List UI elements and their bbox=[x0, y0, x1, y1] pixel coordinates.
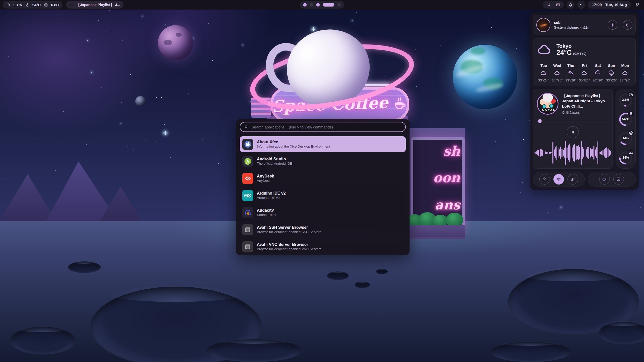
workspace-dot[interactable] bbox=[323, 3, 334, 7]
system-tray[interactable] bbox=[543, 1, 564, 9]
app-list-item[interactable]: AnyDesk AnyDesk bbox=[240, 170, 406, 186]
suncloud-icon bbox=[568, 70, 574, 76]
app-description: Browse for Zeroconf-enabled VNC Servers bbox=[257, 247, 321, 251]
image-icon[interactable] bbox=[556, 3, 560, 7]
app-list-item[interactable]: Audacity Sound Editor bbox=[240, 205, 406, 220]
power-profile-button[interactable] bbox=[568, 174, 578, 185]
capture-button[interactable] bbox=[613, 174, 624, 185]
bell-icon bbox=[568, 3, 573, 7]
capture-button[interactable] bbox=[599, 174, 610, 185]
thermometer-icon bbox=[629, 112, 633, 115]
forecast-day-label: Mon bbox=[618, 63, 632, 68]
cpu-gauge-icon bbox=[6, 3, 10, 7]
cloud-icon bbox=[554, 70, 560, 76]
chip-icon bbox=[629, 131, 633, 134]
top-bar: 3.1% 54°C 6.8G 【Japanese Playlist】 J... … bbox=[0, 0, 644, 10]
overview-button[interactable] bbox=[633, 1, 641, 9]
workspace-dot[interactable] bbox=[303, 3, 307, 7]
forecast-temps: 35°/26° bbox=[578, 78, 591, 82]
weather-timezone: (GMT+9) bbox=[573, 52, 586, 56]
capture-group bbox=[588, 172, 636, 187]
app-list-item[interactable]: About Xfce Information about the Xfce De… bbox=[240, 136, 406, 152]
gauge-value: 14% bbox=[618, 137, 633, 140]
system-gauge: 54°C bbox=[618, 111, 633, 127]
system-gauges-card: 3.1% 54°C 14% bbox=[616, 89, 636, 169]
now-playing-pill[interactable]: 【Japanese Playlist】 J... bbox=[66, 1, 124, 9]
power-profile-button[interactable] bbox=[553, 174, 564, 185]
search-input[interactable] bbox=[251, 125, 401, 129]
purple-planet bbox=[158, 25, 193, 60]
forecast-temps: 33°/24° bbox=[537, 78, 550, 82]
audio-waveform bbox=[537, 141, 609, 165]
app-description: The official Android IDE bbox=[257, 162, 292, 166]
workspace-switcher[interactable] bbox=[300, 1, 344, 9]
forecast-day: Mon 33°/26° bbox=[618, 63, 632, 82]
app-list-item[interactable]: Avahi SSH Server Browser Browse for Zero… bbox=[240, 222, 406, 238]
app-list-item[interactable]: Arduino IDE v2 Arduino IDE v2 bbox=[240, 188, 406, 203]
album-art-label: TOKYO L bbox=[538, 108, 558, 112]
forecast-temps: 33°/26° bbox=[618, 78, 632, 82]
disk-icon bbox=[629, 150, 633, 154]
system-stats-pill[interactable]: 3.1% 54°C 6.8G bbox=[3, 1, 63, 9]
xfce-icon bbox=[242, 139, 253, 150]
power-profile-group bbox=[533, 172, 585, 187]
pause-icon bbox=[571, 130, 575, 134]
top-bar-right: 17:09 - Tue, 19 Aug bbox=[543, 1, 641, 9]
search-icon bbox=[244, 125, 249, 129]
forecast-day: Wed 35°/25° bbox=[550, 63, 564, 82]
forecast-day: Fri 35°/26° bbox=[578, 63, 591, 82]
user-card: seb System Uptime: 4h11m bbox=[533, 15, 636, 35]
thermometer-icon bbox=[25, 3, 29, 7]
track-title: 【Japanese Playlist】 Japan All Night - To… bbox=[562, 93, 609, 109]
album-art: TOKYO L bbox=[537, 93, 558, 115]
forecast-day: Tue 33°/24° bbox=[537, 63, 550, 82]
grid-icon bbox=[635, 3, 640, 7]
app-list-item[interactable]: Android Studio The official Android IDE bbox=[240, 153, 406, 169]
workspace-dot[interactable] bbox=[316, 3, 320, 7]
forecast-temps: 36°/26° bbox=[591, 78, 605, 82]
app-list-item[interactable]: Avahi VNC Server Browser Browse for Zero… bbox=[240, 239, 406, 255]
app-name: Arduino IDE v2 bbox=[257, 191, 286, 196]
clock[interactable]: 17:09 - Tue, 19 Aug bbox=[588, 1, 631, 9]
search-bar[interactable] bbox=[240, 122, 406, 132]
avahi-icon bbox=[242, 241, 253, 252]
workspace-dot[interactable] bbox=[337, 3, 341, 7]
coffee-cup-icon bbox=[392, 96, 408, 112]
seek-bar[interactable] bbox=[537, 119, 609, 123]
track-subtitle: Chill Japan. bbox=[562, 111, 609, 114]
workspace-dot[interactable] bbox=[310, 3, 313, 7]
memory-usage-value: 6.8G bbox=[51, 3, 59, 7]
anydesk-icon bbox=[242, 173, 253, 184]
weather-city: Tokyo bbox=[556, 43, 586, 49]
volume-button[interactable] bbox=[577, 1, 585, 9]
app-description: Browse for Zeroconf-enabled SSH Servers bbox=[257, 230, 321, 234]
gauge-value: 3.1% bbox=[618, 98, 633, 102]
system-gauge: 14% bbox=[618, 130, 633, 146]
notifications-button[interactable] bbox=[567, 1, 575, 9]
forecast-day: Thu 33°/26° bbox=[564, 63, 578, 82]
gauge-value: 24% bbox=[618, 156, 633, 159]
weather-forecast: Tue 33°/24° Wed 35°/25° Thu 33°/26° Fri bbox=[537, 63, 632, 82]
screenshot-icon bbox=[616, 177, 621, 182]
app-launcher: About Xfce Information about the Xfce De… bbox=[236, 119, 410, 255]
app-name: Avahi VNC Server Browser bbox=[257, 242, 321, 247]
system-uptime: System Uptime: 4h11m bbox=[554, 25, 604, 29]
scales-icon bbox=[556, 177, 561, 182]
cloud-icon bbox=[540, 70, 547, 76]
temperature-value: 54°C bbox=[32, 3, 41, 7]
power-profile-button[interactable] bbox=[539, 174, 550, 185]
window-neon-word: ans bbox=[435, 197, 460, 212]
app-name: AnyDesk bbox=[257, 174, 274, 178]
cloud-icon bbox=[581, 70, 588, 76]
audacity-icon bbox=[242, 207, 253, 218]
power-button[interactable] bbox=[623, 20, 632, 30]
seek-knob[interactable] bbox=[538, 119, 542, 123]
app-name: Avahi SSH Server Browser bbox=[257, 225, 321, 230]
settings-button[interactable] bbox=[608, 20, 617, 30]
cat-icon[interactable] bbox=[546, 3, 551, 7]
weather-cloud-icon bbox=[537, 42, 552, 58]
username: seb bbox=[554, 20, 604, 25]
memory-chip-icon bbox=[44, 3, 48, 7]
app-name: About Xfce bbox=[257, 140, 330, 144]
pause-button[interactable] bbox=[567, 126, 579, 138]
